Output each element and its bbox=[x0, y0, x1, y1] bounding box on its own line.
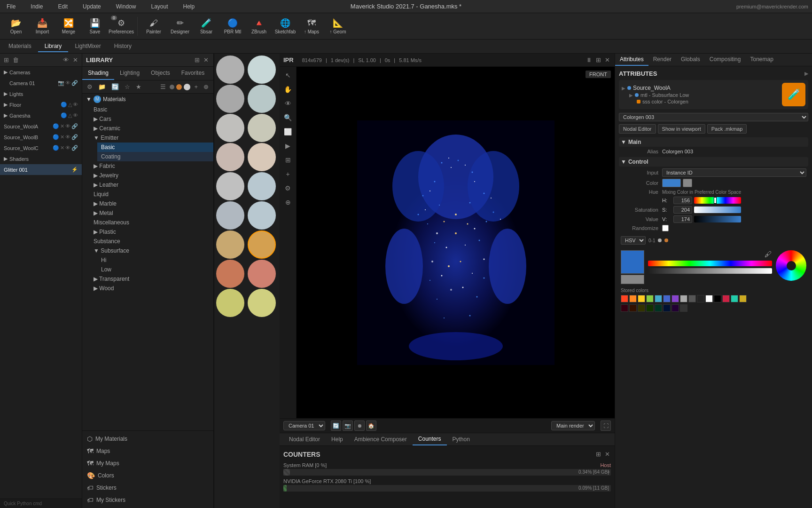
counters-expand-btn[interactable]: ⊞ bbox=[595, 450, 602, 459]
layer-floor[interactable]: ▶Floor 🔵 △ 👁 bbox=[0, 99, 82, 110]
layer-source-woolb[interactable]: Source_WoolB 🔵 ✕ 👁 🔗 bbox=[0, 132, 82, 143]
vp-pivot-btn[interactable]: ⊕ bbox=[281, 196, 295, 209]
attr-control-header[interactable]: ▼ Control bbox=[619, 157, 808, 167]
tab-library[interactable]: Library bbox=[38, 41, 69, 52]
btm-tab-nodal-editor[interactable]: Nodal Editor bbox=[283, 434, 326, 445]
render-select[interactable]: Main render bbox=[551, 421, 595, 430]
lib-footer-maps[interactable]: 🗺 Maps bbox=[82, 445, 213, 457]
lib-refresh-btn[interactable]: 🔄 bbox=[109, 82, 121, 91]
swatch-4-0[interactable] bbox=[216, 172, 244, 200]
stored-color2-6[interactable] bbox=[671, 304, 679, 312]
import-button[interactable]: 📥 Import bbox=[30, 15, 55, 38]
lib-item-jewelry[interactable]: ▶ Jewelry bbox=[90, 171, 213, 180]
painter-button[interactable]: 🖌 Painter bbox=[141, 15, 166, 38]
randomize-checkbox[interactable] bbox=[662, 225, 669, 231]
lib-list-btn[interactable]: ☰ bbox=[158, 82, 168, 91]
open-button[interactable]: 📂 Open bbox=[4, 15, 28, 38]
panel-expand-btn[interactable]: ⊞ bbox=[3, 56, 10, 64]
attr-expand-btn[interactable]: ▶ bbox=[804, 71, 808, 77]
menu-layout[interactable]: Layout bbox=[148, 2, 171, 11]
swatch-4-1[interactable] bbox=[248, 172, 276, 200]
stored-color2-3[interactable] bbox=[646, 304, 654, 312]
swatch-0-1[interactable] bbox=[248, 56, 276, 84]
maps-button[interactable]: 🗺 ↑ Maps bbox=[299, 15, 324, 38]
color-swatch-gray[interactable] bbox=[683, 179, 692, 187]
cam-screenshot-btn[interactable]: 📷 bbox=[343, 421, 353, 431]
tab-lightmixer[interactable]: LightMixer bbox=[68, 41, 107, 52]
lib-item-emitter-basic[interactable]: Basic bbox=[97, 143, 213, 152]
swatch-1-1[interactable] bbox=[248, 85, 276, 113]
lib-item-cars[interactable]: ▶ Cars bbox=[90, 114, 213, 124]
right-tab-attributes[interactable]: Attributes bbox=[615, 54, 648, 66]
alpha-strip[interactable] bbox=[648, 268, 772, 274]
stored-color-2[interactable] bbox=[638, 295, 645, 302]
stored-color-11[interactable] bbox=[714, 295, 721, 302]
right-tab-render[interactable]: Render bbox=[648, 54, 676, 66]
ipr-close-btn[interactable]: ✕ bbox=[604, 56, 611, 64]
menu-edit[interactable]: Edit bbox=[55, 2, 70, 11]
layer-lights[interactable]: ▶Lights bbox=[0, 88, 82, 99]
color-preview-sub[interactable] bbox=[621, 275, 644, 284]
menu-indie[interactable]: Indie bbox=[28, 2, 46, 11]
swatch-2-1[interactable] bbox=[248, 114, 276, 142]
pbr-mtl-button[interactable]: 🔵 PBR Mtl bbox=[220, 15, 245, 38]
lib-item-substance[interactable]: Substance bbox=[90, 237, 213, 246]
attr-main-header[interactable]: ▼ Main bbox=[619, 137, 808, 147]
ipr-expand-btn[interactable]: ⊞ bbox=[595, 56, 602, 64]
preferences-button[interactable]: ⚙ Preferences 0 bbox=[109, 15, 133, 38]
lib-item-subsurface-hi[interactable]: Hi bbox=[97, 255, 213, 265]
stored-color-6[interactable] bbox=[671, 295, 679, 302]
vp-look-btn[interactable]: 👁 bbox=[281, 97, 295, 110]
lib-item-subsurface-low[interactable]: Low bbox=[97, 265, 213, 274]
layer-cameras[interactable]: ▶Cameras bbox=[0, 67, 82, 78]
library-close-btn[interactable]: ✕ bbox=[203, 56, 210, 64]
right-tab-tonemap[interactable]: Tonemap bbox=[745, 54, 778, 66]
menu-window[interactable]: Window bbox=[113, 2, 139, 11]
swatch-8-0[interactable] bbox=[216, 289, 244, 317]
panel-close-btn[interactable]: ✕ bbox=[72, 56, 79, 64]
lib-add-btn[interactable]: + bbox=[192, 82, 200, 91]
swatch-5-1[interactable] bbox=[248, 201, 276, 230]
lib-tab-favorites[interactable]: Favorites bbox=[176, 67, 210, 80]
sketchfab-button[interactable]: 🌐 Sketchfab bbox=[273, 15, 297, 38]
swatch-3-1[interactable] bbox=[248, 143, 276, 171]
ipr-pause-btn[interactable]: ⏸ bbox=[585, 56, 593, 64]
hsv-mode-select[interactable]: HSV bbox=[621, 236, 646, 245]
save-button[interactable]: 💾 Save bbox=[83, 15, 107, 38]
counters-close-btn[interactable]: ✕ bbox=[604, 450, 611, 459]
stored-color-0[interactable] bbox=[621, 295, 628, 302]
layer-shaders[interactable]: ▶Shaders bbox=[0, 153, 82, 164]
menu-file[interactable]: File bbox=[4, 2, 18, 11]
cam-fullscreen-btn[interactable]: ⛶ bbox=[601, 421, 611, 431]
lib-footer-my-materials[interactable]: ⬡ My Materials bbox=[82, 433, 213, 445]
color-preview-main[interactable] bbox=[621, 250, 644, 274]
btm-tab-python[interactable]: Python bbox=[447, 434, 476, 445]
lib-item-leather[interactable]: ▶ Leather bbox=[90, 180, 213, 190]
lib-item-transparent[interactable]: ▶ Transparent bbox=[90, 274, 213, 284]
lib-item-metal[interactable]: ▶ Metal bbox=[90, 208, 213, 218]
lib-item-fabric[interactable]: ▶ Fabric bbox=[90, 161, 213, 171]
nodal-editor-btn[interactable]: Nodal Editor bbox=[619, 124, 656, 134]
lib-item-wood[interactable]: ▶ Wood bbox=[90, 284, 213, 293]
lib-item-marble[interactable]: ▶ Marble bbox=[90, 199, 213, 208]
layer-glitter001[interactable]: Glitter 001 ⚡ bbox=[0, 164, 82, 175]
stored-color2-5[interactable] bbox=[663, 304, 671, 312]
vp-grid-btn[interactable]: ⊞ bbox=[281, 153, 295, 167]
sat-bar[interactable] bbox=[694, 206, 741, 213]
hue-strip[interactable] bbox=[648, 261, 772, 266]
cam-refresh-btn[interactable]: 🔄 bbox=[331, 421, 341, 431]
lib-footer-my-stickers[interactable]: 🏷 My Stickers bbox=[82, 494, 213, 506]
stored-color-9[interactable] bbox=[697, 295, 704, 302]
swatch-2-0[interactable] bbox=[216, 114, 244, 142]
swatch-3-0[interactable] bbox=[216, 143, 244, 171]
library-expand-btn[interactable]: ⊞ bbox=[194, 56, 201, 64]
system-ram-expand-btn[interactable]: + bbox=[607, 469, 610, 476]
lib-star-btn[interactable]: ☆ bbox=[123, 82, 132, 91]
menu-help[interactable]: Help bbox=[180, 2, 197, 11]
panel-delete-btn[interactable]: 🗑 bbox=[12, 56, 20, 64]
input-select[interactable]: Instance ID bbox=[662, 168, 806, 177]
lib-add2-btn[interactable]: ⊕ bbox=[202, 82, 211, 91]
lib-item-plastic[interactable]: ▶ Plastic bbox=[90, 227, 213, 237]
lib-item-emitter-coating[interactable]: Coating bbox=[97, 152, 213, 161]
swatch-7-1[interactable] bbox=[248, 260, 276, 288]
